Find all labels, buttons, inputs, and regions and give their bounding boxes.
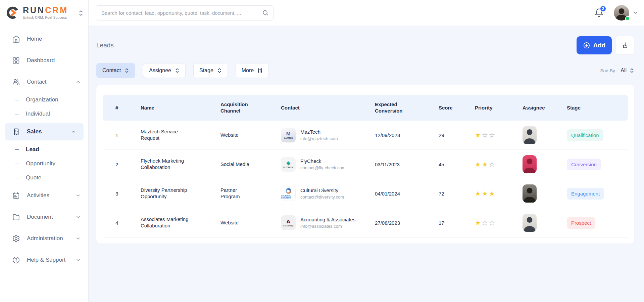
filter-stage-button[interactable]: Stage (193, 63, 228, 78)
chevron-down-icon (76, 214, 81, 220)
table-row[interactable]: 3 Diversity Partnership Opportunity Part… (103, 179, 628, 208)
chevron-up-icon (71, 129, 76, 134)
page-content: Leads Add Contact Assignee (89, 26, 644, 302)
acquisition-channel: Website (220, 132, 257, 138)
chevron-down-icon (76, 193, 81, 198)
row-number: 4 (103, 220, 141, 226)
priority-stars[interactable]: ★☆☆ (475, 219, 523, 227)
assignee-avatar[interactable] (523, 184, 537, 203)
company-logo: A Accounting (281, 215, 296, 230)
add-button[interactable]: Add (577, 36, 612, 54)
column-header-assignee: Assignee (523, 105, 567, 111)
user-menu-chevron-icon[interactable] (633, 10, 638, 15)
sidebar-item-contact[interactable]: Contact (0, 71, 88, 93)
user-avatar[interactable] (614, 5, 629, 20)
notification-count-badge: 2 (600, 5, 606, 12)
sidebar-item-label: Activities (27, 192, 76, 199)
lead-score: 29 (439, 132, 475, 138)
contact-email: contact@diversity.com (300, 195, 344, 200)
contact-company: FlyCheck (300, 158, 346, 164)
cultural-diversity-logo-ring (286, 188, 291, 194)
sidebar-item-dashboard[interactable]: Dashboard (0, 50, 88, 71)
sidebar-item-quote[interactable]: Quote (15, 171, 88, 185)
row-number: 3 (103, 191, 141, 197)
lead-score: 45 (439, 162, 475, 167)
contact-company: Accounting & Associates (300, 217, 355, 222)
page-title: Leads (96, 42, 114, 49)
download-tray-icon (621, 41, 629, 49)
filter-more-button[interactable]: More (236, 63, 269, 78)
column-header-priority: Priority (475, 105, 523, 111)
question-circle-icon (12, 256, 20, 264)
filter-contact-button[interactable]: Contact (96, 63, 135, 78)
contact-company: Cultural Diversity (300, 187, 344, 193)
leads-table-card: # Name Acquisition Channel Contact Expec… (96, 85, 634, 244)
sidebar-item-sales[interactable]: Sales (5, 123, 84, 140)
filter-assignee-button[interactable]: Assignee (143, 63, 186, 78)
lead-name: Maztech Service Request (141, 129, 198, 141)
column-header-stage: Stage (567, 105, 628, 111)
lead-name: Associates Marketing Collaboration (141, 216, 198, 229)
sliders-icon (257, 68, 263, 73)
stage-badge: Prospect (567, 217, 595, 229)
sidebar-item-organization[interactable]: Organization (15, 93, 88, 107)
search-icon[interactable] (262, 9, 269, 16)
column-header-expected: Expected Conversion (375, 101, 408, 114)
import-export-button[interactable] (616, 36, 634, 54)
chevron-down-icon (76, 236, 81, 241)
assignee-avatar[interactable] (523, 155, 537, 173)
column-header-contact: Contact (281, 105, 375, 111)
expected-conversion-date: 03/11/2023 (375, 162, 439, 167)
sidebar-item-label: Contact (27, 79, 76, 85)
sidebar-item-lead[interactable]: Lead (15, 142, 88, 157)
sidebar-item-individual[interactable]: Individual (15, 107, 88, 121)
table-row[interactable]: 1 Maztech Service Request Website M MAZT… (103, 121, 628, 150)
notifications-button[interactable]: 2 (594, 8, 604, 17)
priority-stars[interactable]: ★★☆ (475, 160, 523, 168)
brand-logo: RUNCRM Unlock CRM, Fuel Success (0, 0, 88, 24)
sidebar: RUNCRM Unlock CRM, Fuel Success Home Das… (0, 0, 89, 302)
sidebar-item-label: Home (27, 36, 81, 42)
row-number: 2 (103, 162, 141, 167)
search-input[interactable] (96, 5, 274, 20)
table-row[interactable]: 4 Associates Marketing Collaboration Web… (103, 208, 628, 238)
sidebar-item-activities[interactable]: Activities (0, 185, 88, 206)
plus-circle-icon (583, 42, 590, 49)
chevron-down-icon (76, 257, 81, 263)
assignee-avatar[interactable] (523, 126, 537, 144)
sidebar-item-administration[interactable]: Administration (0, 228, 88, 249)
brand-tagline: Unlock CRM, Fuel Success (23, 16, 68, 19)
sidebar-item-help-support[interactable]: Help & Support (0, 249, 88, 271)
column-header-num: # (103, 105, 141, 111)
column-header-score: Score (439, 105, 475, 111)
lead-name: Flycheck Marketing Collaboration (141, 158, 198, 171)
folder-icon (12, 213, 20, 221)
sidebar-item-label: Administration (27, 235, 76, 242)
sidebar-item-label: Quote (26, 174, 41, 181)
company-logo: CULTURAL DIVERSITY (281, 186, 296, 201)
expected-conversion-date: 12/09/2023 (375, 132, 439, 138)
priority-stars[interactable]: ★☆☆ (475, 131, 523, 139)
sales-icon (12, 128, 20, 136)
sidebar-item-document[interactable]: Document (0, 206, 88, 228)
sidebar-item-home[interactable]: Home (0, 28, 88, 50)
sidebar-item-opportunity[interactable]: Opportunity (15, 157, 88, 171)
expected-conversion-date: 27/08/2023 (375, 220, 439, 226)
chevron-up-icon (76, 79, 81, 85)
lead-name: Diversity Partnership Opportunity (141, 187, 198, 200)
sidebar-item-label: Document (27, 214, 76, 220)
lead-score: 17 (439, 220, 475, 226)
dashboard-icon (12, 56, 20, 64)
sidebar-item-label: Help & Support (27, 257, 76, 263)
sort-updown-icon (217, 68, 222, 73)
priority-stars[interactable]: ★★★ (475, 189, 523, 198)
contact-company: MazTech (300, 129, 338, 135)
sort-by-control[interactable]: Sort By : All (600, 68, 634, 74)
sales-sublist: Lead Opportunity Quote (15, 142, 88, 185)
sort-updown-icon (175, 68, 180, 73)
assignee-avatar[interactable] (523, 214, 537, 232)
company-logo: ◆ FLYCHECK (281, 157, 296, 172)
table-row[interactable]: 2 Flycheck Marketing Collaboration Socia… (103, 150, 628, 179)
sidebar-collapse-icon[interactable] (78, 9, 84, 17)
sort-by-value: All (621, 68, 627, 74)
